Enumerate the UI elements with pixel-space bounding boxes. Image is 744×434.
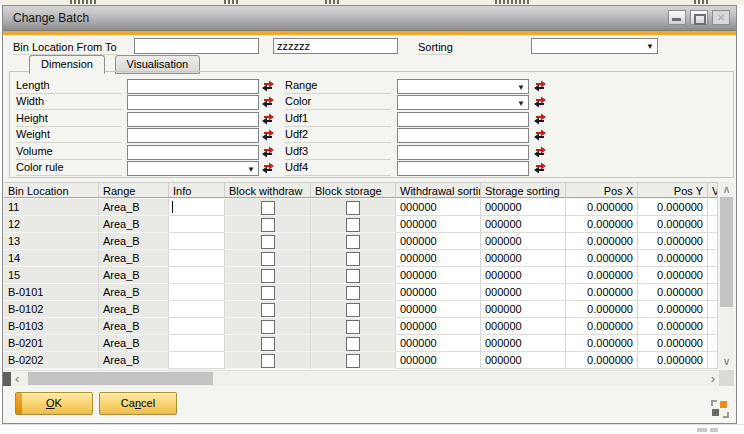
cell-info[interactable] — [169, 352, 225, 369]
cell-bin[interactable]: B-0101 — [4, 284, 99, 301]
refresh-icon-height[interactable] — [261, 112, 275, 126]
cell-pos-x[interactable]: 0.000000 — [566, 318, 638, 335]
sorting-dropdown[interactable]: ▼ — [531, 38, 658, 54]
cell-bin[interactable]: B-0201 — [4, 335, 99, 352]
table-row-11[interactable]: 11Area_B0000000000000.0000000.000000 — [4, 199, 718, 216]
refresh-icon-udf2[interactable] — [533, 128, 547, 142]
cell-withdrawal-sorting[interactable]: 000000 — [396, 233, 481, 250]
column-header-storage-sorting[interactable]: Storage sorting — [481, 183, 566, 197]
cell-bin[interactable]: B-0102 — [4, 301, 99, 318]
field-weight-input[interactable] — [127, 128, 259, 143]
checkbox-block-storage[interactable] — [346, 201, 360, 215]
resize-grip-icon[interactable] — [711, 400, 729, 418]
column-header-block-storage[interactable]: Block storage — [311, 183, 396, 197]
column-header-info[interactable]: Info — [169, 183, 225, 197]
cell-withdrawal-sorting[interactable]: 000000 — [396, 199, 481, 216]
checkbox-block-storage[interactable] — [346, 252, 360, 266]
checkbox-block-storage[interactable] — [346, 354, 360, 368]
cell-bin[interactable]: 14 — [4, 250, 99, 267]
column-header-block-withdraw[interactable]: Block withdraw — [225, 183, 311, 197]
cell-info[interactable] — [169, 335, 225, 352]
cell-storage-sorting[interactable]: 000000 — [481, 233, 566, 250]
checkbox-block-storage[interactable] — [346, 286, 360, 300]
checkbox-block-withdraw[interactable] — [261, 269, 275, 283]
cell-withdrawal-sorting[interactable]: 000000 — [396, 250, 481, 267]
cell-pos-y[interactable]: 0.000000 — [638, 352, 708, 369]
field-udf1-input[interactable] — [397, 112, 529, 127]
table-row-b-0101[interactable]: B-0101Area_B0000000000000.0000000.000000 — [4, 284, 718, 301]
cell-withdrawal-sorting[interactable]: 000000 — [396, 335, 481, 352]
checkbox-block-withdraw[interactable] — [261, 252, 275, 266]
titlebar[interactable]: Change Batch ✕ — [3, 6, 736, 31]
cell-pos-x[interactable]: 0.000000 — [566, 250, 638, 267]
scroll-down-icon[interactable]: ∨ — [719, 355, 734, 368]
cell-withdrawal-sorting[interactable]: 000000 — [396, 267, 481, 284]
tab-dimension[interactable]: Dimension — [29, 55, 105, 74]
cell-info[interactable] — [169, 199, 225, 216]
column-header-pos-x[interactable]: Pos X — [566, 183, 638, 197]
field-color-dropdown[interactable]: ▼ — [397, 95, 529, 110]
table-row-b-0202[interactable]: B-0202Area_B0000000000000.0000000.000000 — [4, 352, 718, 369]
table-row-12[interactable]: 12Area_B0000000000000.0000000.000000 — [4, 216, 718, 233]
table-row-b-0103[interactable]: B-0103Area_B0000000000000.0000000.000000 — [4, 318, 718, 335]
cell-pos-y[interactable]: 0.000000 — [638, 233, 708, 250]
cell-storage-sorting[interactable]: 000000 — [481, 335, 566, 352]
checkbox-block-storage[interactable] — [346, 269, 360, 283]
cell-pos-y[interactable]: 0.000000 — [638, 199, 708, 216]
field-length-input[interactable] — [127, 79, 259, 94]
checkbox-block-storage[interactable] — [346, 235, 360, 249]
cell-storage-sorting[interactable]: 000000 — [481, 352, 566, 369]
cell-withdrawal-sorting[interactable]: 000000 — [396, 301, 481, 318]
cell-bin[interactable]: 11 — [4, 199, 99, 216]
field-height-input[interactable] — [127, 112, 259, 127]
table-row-13[interactable]: 13Area_B0000000000000.0000000.000000 — [4, 233, 718, 250]
cell-info[interactable] — [169, 233, 225, 250]
cell-storage-sorting[interactable]: 000000 — [481, 250, 566, 267]
cell-withdrawal-sorting[interactable]: 000000 — [396, 216, 481, 233]
field-width-input[interactable] — [127, 95, 259, 110]
cancel-button[interactable]: Cancel — [99, 392, 177, 415]
refresh-icon-color[interactable] — [533, 95, 547, 109]
table-row-14[interactable]: 14Area_B0000000000000.0000000.000000 — [4, 250, 718, 267]
checkbox-block-withdraw[interactable] — [261, 320, 275, 334]
refresh-icon-udf1[interactable] — [533, 112, 547, 126]
cell-bin[interactable]: 15 — [4, 267, 99, 284]
cell-withdrawal-sorting[interactable]: 000000 — [396, 318, 481, 335]
checkbox-block-storage[interactable] — [346, 320, 360, 334]
cell-info[interactable] — [169, 301, 225, 318]
refresh-icon-width[interactable] — [261, 95, 275, 109]
checkbox-block-withdraw[interactable] — [261, 337, 275, 351]
field-udf4-input[interactable] — [397, 161, 529, 176]
vertical-scrollbar[interactable]: ∧ ∨ — [719, 182, 734, 369]
checkbox-block-withdraw[interactable] — [261, 201, 275, 215]
refresh-icon-length[interactable] — [261, 79, 275, 93]
cell-storage-sorting[interactable]: 000000 — [481, 301, 566, 318]
cell-pos-x[interactable]: 0.000000 — [566, 267, 638, 284]
cell-pos-x[interactable]: 0.000000 — [566, 301, 638, 318]
ok-button[interactable]: OK — [15, 392, 93, 415]
refresh-icon-udf3[interactable] — [533, 145, 547, 159]
table-row-b-0102[interactable]: B-0102Area_B0000000000000.0000000.000000 — [4, 301, 718, 318]
checkbox-block-withdraw[interactable] — [261, 354, 275, 368]
refresh-icon-weight[interactable] — [261, 128, 275, 142]
checkbox-block-storage[interactable] — [346, 218, 360, 232]
checkbox-block-withdraw[interactable] — [261, 286, 275, 300]
field-color-rule-dropdown[interactable]: ▼ — [127, 161, 259, 176]
cell-storage-sorting[interactable]: 000000 — [481, 284, 566, 301]
scroll-left-icon[interactable]: ‹ — [15, 372, 19, 385]
column-header-withdrawal-sorting[interactable]: Withdrawal sorting — [396, 183, 481, 197]
bin-location-from-input[interactable] — [134, 38, 259, 54]
bin-location-to-input[interactable] — [273, 38, 398, 54]
cell-storage-sorting[interactable]: 000000 — [481, 318, 566, 335]
cell-bin[interactable]: 13 — [4, 233, 99, 250]
vertical-scroll-thumb[interactable] — [720, 197, 733, 307]
cell-bin[interactable]: 12 — [4, 216, 99, 233]
refresh-icon-volume[interactable] — [261, 145, 275, 159]
cell-withdrawal-sorting[interactable]: 000000 — [396, 352, 481, 369]
field-volume-input[interactable] — [127, 145, 259, 160]
checkbox-block-withdraw[interactable] — [261, 303, 275, 317]
cell-withdrawal-sorting[interactable]: 000000 — [396, 284, 481, 301]
cell-info[interactable] — [169, 284, 225, 301]
field-udf3-input[interactable] — [397, 145, 529, 160]
column-header-vi[interactable]: Vi — [708, 183, 718, 197]
